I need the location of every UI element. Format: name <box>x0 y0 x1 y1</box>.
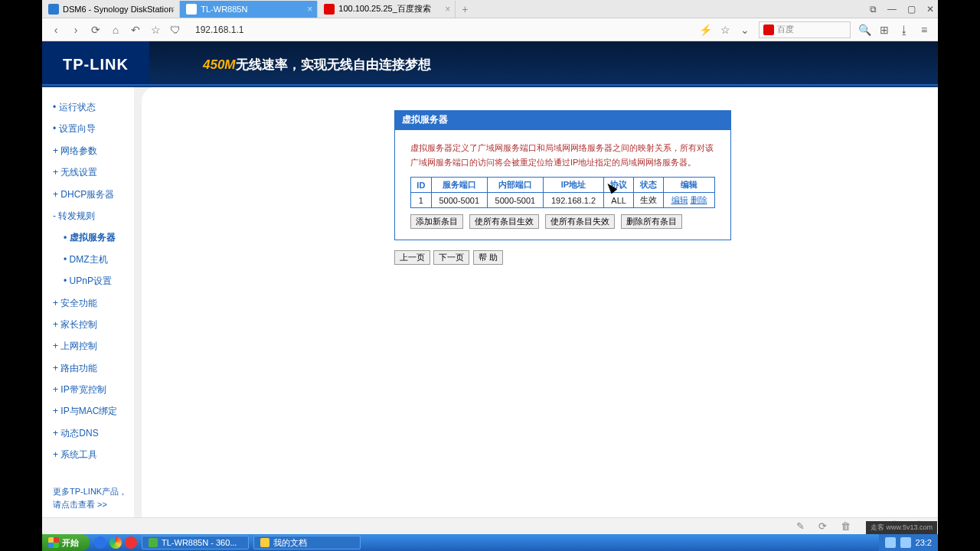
window-close-icon[interactable]: ✕ <box>926 4 934 15</box>
prev-page-button[interactable]: 上一页 <box>394 250 430 265</box>
col-edit: 编辑 <box>664 178 715 193</box>
menu-access[interactable]: 上网控制 <box>48 335 134 357</box>
menu-parental[interactable]: 家长控制 <box>48 314 134 335</box>
tab-label: 100.100.25.25_百度搜索 <box>338 3 430 15</box>
shield-icon: 🛡 <box>169 24 181 36</box>
window-restore-icon[interactable]: ⧉ <box>870 4 877 15</box>
baidu-icon <box>763 24 774 35</box>
col-intport: 内部端口 <box>487 178 543 193</box>
address-bar: ‹ › ⟳ ⌂ ↶ ☆ 🛡 192.168.1.1 ⚡ ☆ ⌄ 百度 🔍 ⊞ ⭳… <box>42 18 938 41</box>
tab-dsm[interactable]: DSM6 - Synology DiskStation× <box>42 1 180 18</box>
refresh-icon[interactable]: ⟳ <box>818 520 827 532</box>
flash-icon[interactable]: ⚡ <box>699 24 711 36</box>
help-button[interactable]: 帮 助 <box>473 250 503 265</box>
disable-all-button[interactable]: 使所有条目失效 <box>545 214 615 229</box>
virtual-server-panel: 虚拟服务器 虚拟服务器定义了广域网服务端口和局域网网络服务器之间的映射关系，所有… <box>394 110 731 265</box>
menu-icon[interactable]: ≡ <box>918 24 930 36</box>
tab-label: TL-WR885N <box>201 5 247 14</box>
apps-icon[interactable]: ⊞ <box>878 24 890 36</box>
menu-ddns[interactable]: 动态DNS <box>48 422 134 444</box>
search-input[interactable]: 百度 <box>759 21 851 38</box>
menu-system[interactable]: 系统工具 <box>48 444 134 465</box>
menu-dmz[interactable]: DMZ主机 <box>48 249 134 270</box>
tplink-logo: TP-LINK <box>42 41 149 87</box>
browser-tabbar: DSM6 - Synology DiskStation× TL-WR885N× … <box>42 0 938 18</box>
col-svcport: 服务端口 <box>431 178 487 193</box>
tool-icon[interactable]: ✎ <box>796 520 805 532</box>
menu-routing[interactable]: 路由功能 <box>48 357 134 379</box>
history-icon[interactable]: 🕓 <box>888 520 900 532</box>
panel-title: 虚拟服务器 <box>394 110 731 129</box>
search-icon[interactable]: 🔍 <box>858 24 871 36</box>
menu-wizard[interactable]: 设置向导 <box>48 118 134 139</box>
tray-icon[interactable] <box>885 537 896 548</box>
new-tab-button[interactable]: + <box>456 3 474 15</box>
sound-icon[interactable]: 🕪 <box>864 520 874 532</box>
next-page-button[interactable]: 下一页 <box>433 250 469 265</box>
bookmark-icon[interactable]: ☆ <box>719 24 731 36</box>
menu-upnp[interactable]: UPnP设置 <box>48 270 134 292</box>
browser-bottombar: ✎ ⟳ 🗑 🕪 🕓 🔍 <box>42 517 938 534</box>
panel-description: 虚拟服务器定义了广域网服务端口和局域网网络服务器之间的映射关系，所有对该广域网服… <box>410 141 715 169</box>
windows-taskbar: 开始 TL-WR885N - 360... 我的文档 23:2 <box>42 534 938 551</box>
tab-label: DSM6 - Synology DiskStation <box>63 5 173 14</box>
back-icon[interactable]: ‹ <box>50 24 62 36</box>
virtual-server-table: ID 服务端口 内部端口 IP地址 协议 状态 编辑 1 <box>410 177 715 208</box>
menu-security[interactable]: 安全功能 <box>48 292 134 314</box>
quicklaunch-app-icon[interactable] <box>125 536 137 549</box>
tab-baidu[interactable]: 100.100.25.25_百度搜索× <box>318 1 456 18</box>
reload-icon[interactable]: ⟳ <box>90 24 102 36</box>
tab-tlwr885n[interactable]: TL-WR885N× <box>180 1 318 18</box>
url-input[interactable]: 192.168.1.1 <box>189 22 691 37</box>
windows-flag-icon <box>48 537 59 548</box>
menu-bandwidth[interactable]: IP带宽控制 <box>48 379 134 400</box>
taskbar-task-documents[interactable]: 我的文档 <box>253 536 361 549</box>
col-ip: IP地址 <box>543 178 603 193</box>
banner: TP-LINK 450M无线速率，实现无线自由连接梦想 <box>42 41 938 87</box>
window-minimize-icon[interactable]: — <box>887 4 897 15</box>
menu-status[interactable]: 运行状态 <box>48 96 134 118</box>
menu-forward[interactable]: 转发规则 <box>48 205 134 227</box>
start-button[interactable]: 开始 <box>42 534 90 551</box>
menu-virtual-server[interactable]: 虚拟服务器 <box>48 227 134 248</box>
menu-ipmac[interactable]: IP与MAC绑定 <box>48 400 134 422</box>
sidebar: 运行状态 设置向导 网络参数 无线设置 DHCP服务器 转发规则 虚拟服务器 D… <box>42 87 134 517</box>
menu-wireless[interactable]: 无线设置 <box>48 161 134 183</box>
forward-icon[interactable]: › <box>70 24 82 36</box>
star-icon[interactable]: ☆ <box>149 24 162 36</box>
more-products-link[interactable]: 更多TP-LINK产品，请点击查看 >> <box>48 466 134 512</box>
close-icon[interactable]: × <box>169 4 175 15</box>
page-content: TP-LINK 450M无线速率，实现无线自由连接梦想 运行状态 设置向导 网络… <box>42 41 938 517</box>
clock[interactable]: 23:2 <box>916 538 932 547</box>
tray-icon[interactable] <box>900 537 911 548</box>
add-entry-button[interactable]: 添加新条目 <box>410 214 463 229</box>
quicklaunch-chrome-icon[interactable] <box>109 536 122 549</box>
table-row: 1 5000-5001 5000-5001 192.168.1.2 ALL 生效… <box>411 193 715 208</box>
close-icon[interactable]: × <box>307 4 312 15</box>
quicklaunch-ie-icon[interactable] <box>94 536 106 549</box>
zoom-icon[interactable]: 🔍 <box>914 520 926 532</box>
delete-all-button[interactable]: 删除所有条目 <box>621 214 682 229</box>
menu-network[interactable]: 网络参数 <box>48 140 134 161</box>
undo-icon[interactable]: ↶ <box>129 24 142 36</box>
enable-all-button[interactable]: 使所有条目生效 <box>469 214 539 229</box>
system-tray: 23:2 <box>879 534 938 551</box>
col-status: 状态 <box>634 178 664 193</box>
home-icon[interactable]: ⌂ <box>109 24 122 36</box>
col-proto: 协议 <box>604 178 634 193</box>
col-id: ID <box>411 178 432 193</box>
menu-dhcp[interactable]: DHCP服务器 <box>48 184 134 205</box>
taskbar-task-browser[interactable]: TL-WR885N - 360... <box>142 536 249 549</box>
window-maximize-icon[interactable]: ▢ <box>907 4 916 15</box>
download-icon[interactable]: ⭳ <box>898 24 910 36</box>
edit-link[interactable]: 编辑 <box>671 195 688 204</box>
close-icon[interactable]: × <box>445 4 450 15</box>
slogan: 450M无线速率，实现无线自由连接梦想 <box>203 56 431 73</box>
trash-icon[interactable]: 🗑 <box>841 520 851 532</box>
dropdown-icon[interactable]: ⌄ <box>739 24 751 36</box>
delete-link[interactable]: 删除 <box>691 195 707 204</box>
